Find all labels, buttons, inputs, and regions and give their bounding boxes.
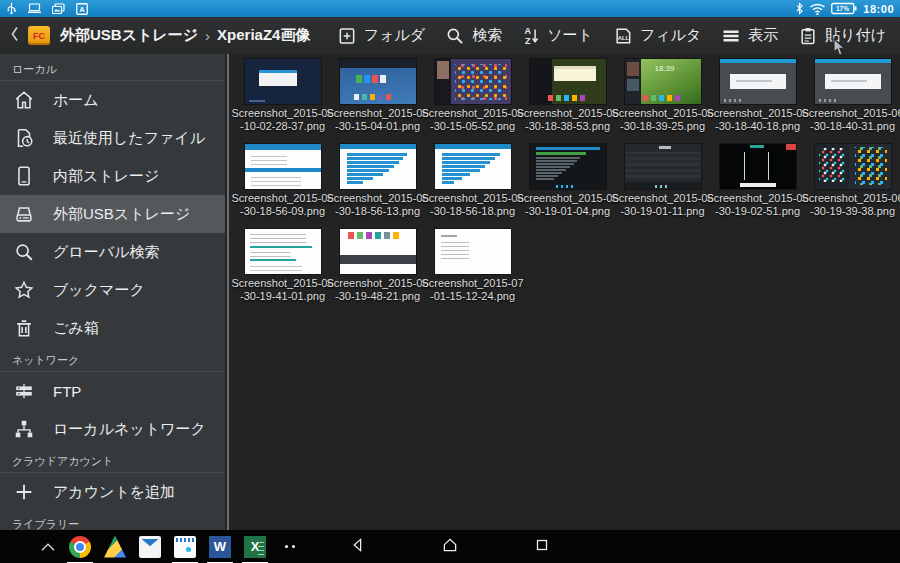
file-item[interactable]: Screenshot_2015-06-30-18-38-53.png [520, 57, 615, 142]
file-name: Screenshot_2015-06-30-18-56-09.png [232, 192, 334, 218]
svg-text:17%: 17% [836, 5, 849, 12]
sidebar-scrollbar[interactable] [225, 54, 232, 530]
svg-text:A: A [79, 5, 84, 12]
file-name: Screenshot_2015-06-30-18-40-31.png [801, 107, 900, 133]
file-item[interactable]: Screenshot_2015-06-30-19-48-21.png [330, 227, 425, 312]
file-item[interactable]: Screenshot_2015-06-30-19-01-11.png [615, 142, 710, 227]
new-folder-button[interactable]: フォルダ [329, 21, 433, 51]
nav-back-button[interactable] [349, 536, 367, 558]
sidebar-item-recent-files[interactable]: 最近使用したファイル [0, 119, 225, 157]
file-item[interactable]: Screenshot_2015-06-30-18-56-13.png [330, 142, 425, 227]
filter-button[interactable]: ALL フィルタ [605, 21, 709, 51]
file-name: Screenshot_2015-06-30-19-48-21.png [326, 277, 428, 303]
file-item[interactable]: Screenshot_2015-07-01-15-12-24.png [425, 227, 520, 312]
svg-text:A: A [525, 26, 532, 36]
ftp-server-icon [13, 380, 35, 402]
search-button[interactable]: 検索 [437, 21, 510, 51]
file-thumbnail [340, 59, 416, 104]
sidebar-item-global-search[interactable]: グローバル検索 [0, 233, 225, 271]
sidebar-item-home[interactable]: ホーム [0, 81, 225, 119]
file-name: Screenshot_2015-06-30-19-39-38.png [801, 192, 900, 218]
view-mode-button[interactable]: 表示 [713, 21, 786, 51]
back-chevron-icon[interactable] [6, 26, 22, 46]
trash-icon [13, 317, 35, 339]
file-thumbnail: 18:39 [625, 59, 701, 104]
mouse-cursor [833, 38, 846, 60]
new-folder-icon [337, 26, 357, 46]
file-thumbnail [815, 144, 891, 189]
calendar-app-icon[interactable] [174, 536, 196, 558]
file-thumbnail [530, 59, 606, 104]
file-thumbnail [435, 229, 511, 274]
sidebar-item-add-account[interactable]: アカウントを追加 [0, 473, 225, 511]
file-name: Screenshot_2015-06-30-19-01-04.png [516, 192, 618, 218]
global-search-icon [13, 241, 35, 263]
file-name: Screenshot_2015-06-30-18-56-18.png [421, 192, 523, 218]
file-item[interactable]: Screenshot_2015-06-10-02-28-37.png [235, 57, 330, 142]
bottom-taskbar: W X [0, 530, 900, 563]
file-name: Screenshot_2015-06-30-19-02-51.png [706, 192, 808, 218]
usb-connected-icon [6, 2, 17, 15]
file-grid: Screenshot_2015-06-10-02-28-37.png Scree… [235, 57, 900, 312]
excel-app-icon[interactable]: X [244, 536, 266, 558]
file-thumbnail [625, 144, 701, 189]
internal-storage-icon [13, 165, 35, 187]
breadcrumb-separator: › [205, 27, 210, 44]
file-item[interactable]: Screenshot_2015-06-30-19-41-01.png [235, 227, 330, 312]
svg-text:ALL: ALL [618, 34, 630, 40]
nav-recents-button[interactable] [533, 536, 551, 558]
breadcrumb-parent[interactable]: 外部USBストレージ [60, 26, 198, 45]
status-bar: A 17% 18:00 [0, 0, 900, 17]
file-thumbnail [530, 144, 606, 189]
clock-text: 18:00 [863, 3, 894, 15]
file-thumbnail [340, 144, 416, 189]
file-thumbnail [435, 59, 511, 104]
file-name: Screenshot_2015-06-30-15-04-01.png [326, 107, 428, 133]
gallery-notification-icon [52, 3, 65, 15]
file-item[interactable]: Screenshot_2015-06-30-18-56-09.png [235, 142, 330, 227]
bookmark-star-icon [13, 279, 35, 301]
google-drive-app-icon[interactable] [104, 536, 126, 558]
file-name: Screenshot_2015-06-30-18-38-53.png [516, 107, 618, 133]
file-item[interactable]: Screenshot_2015-06-30-18-40-31.png [805, 57, 900, 142]
nav-home-button[interactable] [441, 536, 459, 558]
taskbar-expand-chevron-icon[interactable] [40, 538, 56, 556]
file-item[interactable]: Screenshot_2015-06-30-19-01-04.png [520, 142, 615, 227]
file-name: Screenshot_2015-06-30-19-41-01.png [232, 277, 334, 303]
file-name: Screenshot_2015-06-10-02-28-37.png [232, 107, 334, 133]
chrome-app-icon[interactable] [69, 536, 91, 558]
add-plus-icon [13, 481, 35, 503]
file-item[interactable]: Screenshot_2015-06-30-15-05-52.png [425, 57, 520, 142]
battery-icon: 17% [831, 2, 857, 15]
file-name: Screenshot_2015-06-30-18-40-18.png [706, 107, 808, 133]
sidebar-item-trash[interactable]: ごみ箱 [0, 309, 225, 347]
word-app-icon[interactable]: W [209, 536, 231, 558]
breadcrumb[interactable]: 外部USBストレージ › XperiaZ4画像 [60, 26, 310, 45]
file-item[interactable]: Screenshot_2015-06-30-18-40-18.png [710, 57, 805, 142]
file-name: Screenshot_2015-06-30-18-56-13.png [326, 192, 428, 218]
section-header-cloud-accounts: クラウドアカウント [0, 448, 225, 473]
file-item[interactable]: Screenshot_2015-06-30-19-39-38.png [805, 142, 900, 227]
file-thumbnail [720, 144, 796, 189]
sort-button[interactable]: AZ ソート [514, 21, 601, 51]
file-thumbnail [435, 144, 511, 189]
file-item[interactable]: Screenshot_2015-06-30-18-56-18.png [425, 142, 520, 227]
view-list-icon [721, 26, 741, 46]
sidebar-item-local-network[interactable]: ローカルネットワーク [0, 410, 225, 448]
app-toolbar: FC 外部USBストレージ › XperiaZ4画像 フォルダ 検索 AZ [0, 17, 900, 54]
file-commander-app-icon[interactable]: FC [28, 26, 50, 45]
file-item[interactable]: Screenshot_2015-06-30-15-04-01.png [330, 57, 425, 142]
sidebar-item-bookmarks[interactable]: ブックマーク [0, 271, 225, 309]
mail-app-icon[interactable] [139, 536, 161, 558]
sidebar-item-usb-storage[interactable]: 外部USBストレージ [0, 195, 225, 233]
navigation-sidebar: ローカル ホーム 最近使用したファイル 内部ストレージ 外部USBストレージ グ… [0, 54, 225, 530]
tablet-screen: A 17% 18:00 FC 外部USBストレージ › XperiaZ4画像 [0, 0, 900, 563]
file-item[interactable]: 18:39 Screenshot_2015-06-30-18-39-25.png [615, 57, 710, 142]
svg-text:Z: Z [525, 36, 531, 46]
more-apps-icon[interactable] [279, 536, 301, 558]
file-item[interactable]: Screenshot_2015-06-30-19-02-51.png [710, 142, 805, 227]
file-thumbnail [815, 59, 891, 104]
sidebar-item-internal-storage[interactable]: 内部ストレージ [0, 157, 225, 195]
sidebar-item-ftp[interactable]: FTP [0, 372, 225, 410]
file-name: Screenshot_2015-06-30-15-05-52.png [421, 107, 523, 133]
